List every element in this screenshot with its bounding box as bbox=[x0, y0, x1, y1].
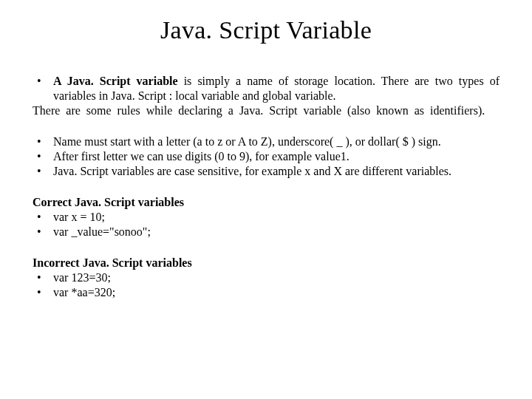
list-item: • Java. Script variables are case sensit… bbox=[33, 164, 499, 179]
intro-block: • A Java. Script variable is simply a na… bbox=[33, 74, 499, 118]
code-text: var x = 10; bbox=[53, 210, 499, 225]
bullet-icon: • bbox=[37, 270, 53, 285]
code-text: var 123=30; bbox=[53, 270, 499, 285]
code-text: var *aa=320; bbox=[53, 285, 499, 300]
bullet-icon: • bbox=[37, 285, 53, 300]
rule-text: Name must start with a letter (a to z or… bbox=[53, 134, 499, 149]
incorrect-heading: Incorrect Java. Script variables bbox=[33, 256, 499, 270]
intro-rules-line: There are some rules while declaring a J… bbox=[33, 103, 499, 118]
bullet-icon: • bbox=[37, 74, 53, 103]
page-title: Java. Script Variable bbox=[33, 16, 499, 44]
code-text: var _value="sonoo"; bbox=[53, 225, 499, 239]
bullet-icon: • bbox=[37, 134, 53, 149]
intro-text: A Java. Script variable is simply a name… bbox=[53, 74, 499, 103]
rules-block: • Name must start with a letter (a to z … bbox=[33, 134, 499, 179]
intro-bullet: • A Java. Script variable is simply a na… bbox=[33, 74, 499, 103]
bullet-icon: • bbox=[37, 164, 53, 179]
bullet-icon: • bbox=[37, 149, 53, 164]
incorrect-block: Incorrect Java. Script variables • var 1… bbox=[33, 256, 499, 300]
list-item: • var _value="sonoo"; bbox=[33, 225, 499, 239]
intro-lead-bold: A Java. Script variable bbox=[53, 75, 178, 87]
bullet-icon: • bbox=[37, 210, 53, 225]
slide: Java. Script Variable • A Java. Script v… bbox=[0, 0, 532, 399]
list-item: • var 123=30; bbox=[33, 270, 499, 285]
rule-text: After first letter we can use digits (0 … bbox=[53, 149, 499, 164]
list-item: • Name must start with a letter (a to z … bbox=[33, 134, 499, 149]
list-item: • After first letter we can use digits (… bbox=[33, 149, 499, 164]
rule-text: Java. Script variables are case sensitiv… bbox=[53, 164, 499, 179]
list-item: • var x = 10; bbox=[33, 210, 499, 225]
list-item: • var *aa=320; bbox=[33, 285, 499, 300]
correct-block: Correct Java. Script variables • var x =… bbox=[33, 195, 499, 239]
correct-heading: Correct Java. Script variables bbox=[33, 195, 499, 210]
bullet-icon: • bbox=[37, 225, 53, 239]
